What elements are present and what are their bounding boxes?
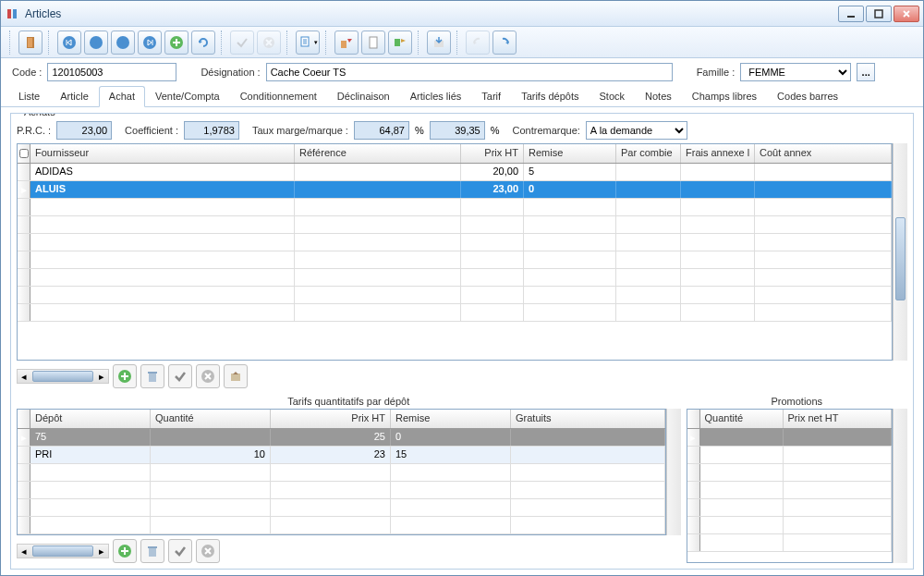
tab-champslibres[interactable]: Champs libres <box>682 86 767 106</box>
code-input[interactable] <box>47 63 176 81</box>
hscroll-right[interactable]: ▸ <box>95 370 108 383</box>
svg-rect-23 <box>149 548 156 557</box>
hscroll[interactable]: ◂ ▸ <box>17 369 109 384</box>
designation-label: Désignation : <box>201 67 260 78</box>
tab-tarifsdpts[interactable]: Tarifs dépôts <box>511 86 589 106</box>
row-check-button[interactable] <box>168 364 192 388</box>
tab-tarif[interactable]: Tarif <box>471 86 511 106</box>
promotions-grid[interactable]: Quantité Prix net HT ▸ <box>687 409 894 563</box>
table-row[interactable] <box>18 199 892 216</box>
tab-codesbarres[interactable]: Codes barres <box>767 86 848 106</box>
table-row[interactable]: PRI102315 <box>18 447 665 464</box>
prev-record-button[interactable] <box>84 31 108 55</box>
main-toolbar: ▾ <box>1 27 923 58</box>
tarif-delete-button[interactable] <box>140 539 164 563</box>
tarifs-vscroll[interactable] <box>666 409 681 535</box>
famille-label: Famille : <box>697 67 736 78</box>
row-delete-button[interactable] <box>140 364 164 388</box>
minimize-button[interactable] <box>838 6 864 22</box>
tab-stock[interactable]: Stock <box>590 86 636 106</box>
tarif-check-button[interactable] <box>168 539 192 563</box>
form-row: Code : Désignation : Famille : FEMME ... <box>1 58 923 86</box>
add-button[interactable] <box>164 31 188 55</box>
svg-rect-1 <box>13 9 17 18</box>
undo-button <box>466 31 490 55</box>
tarifs-grid[interactable]: Dépôt Quantité Prix HT Remise Gratuits ▸… <box>17 409 666 535</box>
tarif-cancel-button[interactable] <box>196 539 220 563</box>
tab-articleslis[interactable]: Articles liés <box>400 86 472 106</box>
taux1-input[interactable] <box>354 121 409 140</box>
first-record-button[interactable] <box>57 31 81 55</box>
designation-input[interactable] <box>266 63 673 81</box>
close-button[interactable] <box>894 6 919 22</box>
svg-rect-0 <box>7 9 11 18</box>
hscroll-left[interactable]: ◂ <box>18 370 30 383</box>
prc-input[interactable] <box>56 121 112 140</box>
table-row[interactable] <box>18 287 892 304</box>
maximize-button[interactable] <box>866 6 892 22</box>
tarifs-hscroll[interactable]: ◂▸ <box>17 544 109 558</box>
page-button[interactable] <box>361 31 385 55</box>
table-row[interactable] <box>18 234 892 251</box>
achats-legend: Achats <box>20 113 59 117</box>
tab-achat[interactable]: Achat <box>99 86 145 107</box>
contremarque-select[interactable]: A la demande <box>586 121 687 140</box>
svg-rect-15 <box>395 39 400 46</box>
prc-label: P.R.C. : <box>17 125 51 136</box>
vscroll[interactable] <box>893 143 907 361</box>
tab-ventecompta[interactable]: Vente/Compta <box>145 86 230 106</box>
row-add-button[interactable] <box>113 364 137 388</box>
table-row[interactable] <box>18 482 665 499</box>
svg-rect-18 <box>149 374 156 382</box>
refresh-button[interactable] <box>191 31 215 55</box>
door-icon[interactable] <box>18 31 43 55</box>
coeff-label: Coefficient : <box>125 125 178 136</box>
svg-rect-19 <box>148 372 157 374</box>
last-record-button[interactable] <box>138 31 162 55</box>
tab-dclinaison[interactable]: Déclinaison <box>327 86 400 106</box>
table-row[interactable] <box>18 517 665 534</box>
table-row[interactable]: ▸ALUIS23,000 <box>18 181 892 199</box>
contremarque-label: Contremarque: <box>512 125 579 136</box>
titlebar: Articles <box>1 1 923 27</box>
redo-button[interactable] <box>492 31 517 55</box>
famille-select[interactable]: FEMME <box>740 63 851 81</box>
promo-vscroll[interactable] <box>893 409 907 563</box>
cancel-button <box>257 31 281 55</box>
svg-rect-24 <box>148 546 157 548</box>
svg-rect-13 <box>341 41 346 48</box>
fournisseur-grid[interactable]: Fournisseur Référence Prix HT Remise Par… <box>17 143 893 361</box>
table-row[interactable] <box>18 499 665 517</box>
export-button[interactable] <box>334 31 359 55</box>
tarif-add-button[interactable] <box>113 539 137 563</box>
table-row[interactable]: ADIDAS20,005 <box>18 164 892 181</box>
tab-conditionnement[interactable]: Conditionnement <box>230 86 327 106</box>
row-cancel-button[interactable] <box>196 364 220 388</box>
tarifs-title: Tarifs quantitatifs par dépôt <box>17 394 681 409</box>
next-record-button[interactable] <box>111 31 135 55</box>
svg-rect-14 <box>370 37 377 48</box>
tab-liste[interactable]: Liste <box>8 86 50 106</box>
export2-button[interactable] <box>388 31 412 55</box>
check-button <box>230 31 254 55</box>
coeff-input[interactable] <box>184 121 239 140</box>
table-row[interactable] <box>18 216 892 234</box>
taux2-input[interactable] <box>430 121 485 140</box>
pct1: % <box>415 125 424 136</box>
row-export-button[interactable] <box>224 364 248 388</box>
window-title: Articles <box>25 7 838 20</box>
table-row[interactable] <box>18 304 892 322</box>
table-row[interactable] <box>18 269 892 287</box>
pct2: % <box>491 125 500 136</box>
table-row[interactable] <box>18 251 892 269</box>
grid-checkall[interactable] <box>19 149 29 158</box>
table-row[interactable]: ▸75250 <box>18 429 665 447</box>
tab-article[interactable]: Article <box>50 86 99 106</box>
tab-notes[interactable]: Notes <box>635 86 682 106</box>
import-button[interactable] <box>427 31 451 55</box>
table-row[interactable] <box>18 464 665 482</box>
doc-dropdown-button[interactable]: ▾ <box>296 31 320 55</box>
famille-more-button[interactable]: ... <box>857 63 875 81</box>
app-icon <box>5 6 19 21</box>
svg-rect-5 <box>28 38 32 47</box>
